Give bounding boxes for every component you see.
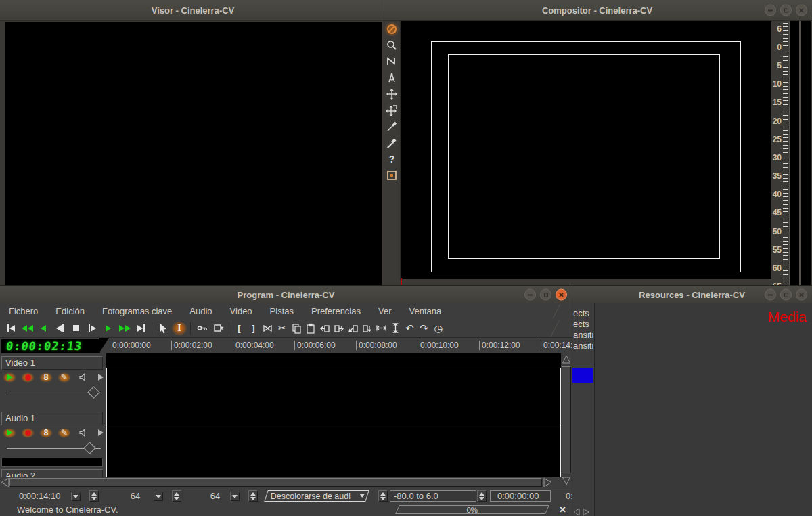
- toggle-label-button[interactable]: [261, 321, 275, 336]
- menu-ventana[interactable]: Ventana: [401, 306, 451, 316]
- scroll-right-icon[interactable]: [543, 477, 553, 488]
- amplitude-spinner[interactable]: [248, 490, 258, 502]
- folder-item[interactable]: ects: [573, 319, 589, 329]
- expand-patch-icon[interactable]: [94, 428, 108, 438]
- cancel-operation-icon[interactable]: ✕: [559, 504, 566, 515]
- compositor-titlebar[interactable]: Compositor - Cinelerra-CV ✕: [382, 0, 812, 21]
- selection-start-field[interactable]: 0:00:00:00: [490, 490, 551, 502]
- menu-fotogramas-clave[interactable]: Fotogramas clave: [93, 306, 181, 316]
- duration-spinner[interactable]: [89, 490, 99, 502]
- track-title-audio1[interactable]: Audio 1: [1, 412, 103, 425]
- goto-end-button[interactable]: [133, 321, 149, 336]
- gang-patch-icon[interactable]: 8: [39, 428, 53, 438]
- prev-edit-button[interactable]: [346, 321, 360, 336]
- play-patch-icon[interactable]: [3, 372, 16, 383]
- sample-zoom-tumbler[interactable]: [154, 492, 163, 501]
- span-keyframe-button[interactable]: [210, 321, 226, 336]
- menu-fichero[interactable]: Fichero: [0, 306, 47, 316]
- protect-video-icon[interactable]: [384, 21, 400, 37]
- copy-button[interactable]: [289, 321, 303, 336]
- play-reverse-button[interactable]: [35, 321, 51, 336]
- zoom-view-icon[interactable]: [384, 37, 400, 53]
- hscroll-thumb[interactable]: [9, 478, 542, 487]
- folder-list-scroll-arrow-icon[interactable]: [572, 508, 590, 516]
- safe-regions-icon[interactable]: [384, 167, 400, 184]
- mask-tool-icon[interactable]: [384, 53, 400, 70]
- autos-type-dropdown[interactable]: Descolorarse de audi: [264, 490, 369, 502]
- duration-value[interactable]: 0:00:14:10: [19, 491, 60, 501]
- scroll-left-icon[interactable]: [0, 477, 10, 488]
- scroll-up-icon[interactable]: [562, 354, 571, 365]
- folder-item[interactable]: ects: [573, 308, 589, 318]
- vscroll-thumb[interactable]: [562, 366, 571, 473]
- timeline-vscrollbar[interactable]: [561, 353, 572, 488]
- range-spinner[interactable]: [477, 490, 487, 502]
- cut-button[interactable]: ✂: [275, 321, 289, 336]
- close-button[interactable]: ✕: [796, 5, 807, 16]
- camera-move-icon[interactable]: [384, 86, 400, 102]
- out-point-button[interactable]: ]: [246, 321, 261, 336]
- program-titlebar[interactable]: Program - Cinelerra-CV ✕: [0, 286, 572, 304]
- menu-pistas[interactable]: Pistas: [261, 306, 302, 316]
- close-button[interactable]: ✕: [796, 289, 807, 301]
- mute-patch-icon[interactable]: [76, 428, 89, 438]
- gang-patch-icon[interactable]: 8: [39, 372, 53, 383]
- maximize-button[interactable]: [780, 289, 792, 301]
- duration-tumbler[interactable]: [71, 492, 81, 501]
- eyedropper-icon[interactable]: [384, 135, 400, 151]
- draw-patch-icon[interactable]: ✎: [58, 372, 71, 383]
- redo-button[interactable]: ↷: [417, 321, 431, 336]
- resources-browser[interactable]: Media: [595, 303, 812, 516]
- menu-ver[interactable]: Ver: [369, 306, 401, 316]
- autos-spinner[interactable]: [378, 490, 388, 502]
- viewer-titlebar[interactable]: Visor - Cinelerra-CV: [0, 0, 386, 21]
- fast-reverse-button[interactable]: [19, 321, 35, 336]
- resources-folder-list[interactable]: ects ects ansiti ansiti: [572, 303, 595, 516]
- mute-patch-icon[interactable]: [76, 372, 89, 383]
- timebar[interactable]: 0:00:00:00 0:00:02:00 0:00:04:00 0:00:06…: [106, 338, 572, 353]
- minimize-button[interactable]: [765, 289, 776, 301]
- track-title-audio2[interactable]: Audio 2: [1, 469, 103, 477]
- sample-zoom-value[interactable]: 64: [125, 491, 145, 501]
- stop-button[interactable]: [68, 321, 84, 336]
- drag-mode-button[interactable]: [155, 321, 171, 336]
- menu-preferencias[interactable]: Preferencias: [302, 306, 369, 316]
- amplitude-tumbler[interactable]: [230, 492, 240, 501]
- paste-button[interactable]: [303, 321, 317, 336]
- ruler-tool-icon[interactable]: [384, 70, 400, 86]
- viewer-canvas[interactable]: [5, 22, 384, 285]
- close-button[interactable]: ✕: [556, 289, 567, 301]
- fit-selection-button[interactable]: [374, 321, 388, 336]
- projector-move-icon[interactable]: [384, 102, 400, 119]
- fit-autos-button[interactable]: [388, 321, 403, 336]
- maximize-button[interactable]: [780, 5, 792, 16]
- autos-range-field[interactable]: -80.0 to 6.0: [390, 490, 476, 502]
- crop-tool-icon[interactable]: [384, 119, 400, 135]
- minimize-button[interactable]: [765, 5, 776, 16]
- keyframe-key-button[interactable]: [194, 321, 210, 336]
- resources-titlebar[interactable]: Resources - Cinelerra-CV ✕: [572, 286, 812, 304]
- amplitude-value[interactable]: 64: [205, 491, 225, 501]
- goto-start-button[interactable]: [3, 321, 19, 336]
- selected-folder-row[interactable]: [572, 368, 593, 383]
- menu-edicion[interactable]: Edición: [47, 306, 93, 316]
- folder-item[interactable]: ansiti: [573, 341, 593, 351]
- fast-forward-button[interactable]: [116, 321, 133, 336]
- expand-patch-icon[interactable]: [94, 372, 108, 383]
- manual-goto-button[interactable]: ◷: [431, 321, 445, 336]
- timeline-canvas[interactable]: [106, 353, 561, 477]
- tool-info-icon[interactable]: ?: [384, 151, 400, 167]
- minimize-button[interactable]: [524, 289, 536, 301]
- prev-label-button[interactable]: [317, 321, 332, 336]
- undo-button[interactable]: ↶: [403, 321, 417, 336]
- fader-audio1[interactable]: [1, 440, 105, 456]
- ibeam-mode-button[interactable]: I: [171, 321, 187, 336]
- menu-audio[interactable]: Audio: [181, 306, 221, 316]
- compositor-timebar[interactable]: [401, 280, 771, 285]
- timeline-hscrollbar[interactable]: [0, 477, 561, 488]
- sample-zoom-spinner[interactable]: [172, 490, 181, 502]
- folder-item[interactable]: ansiti: [573, 330, 593, 340]
- record-patch-icon[interactable]: [21, 428, 35, 438]
- draw-patch-icon[interactable]: ✎: [58, 428, 71, 438]
- maximize-button[interactable]: [540, 289, 551, 301]
